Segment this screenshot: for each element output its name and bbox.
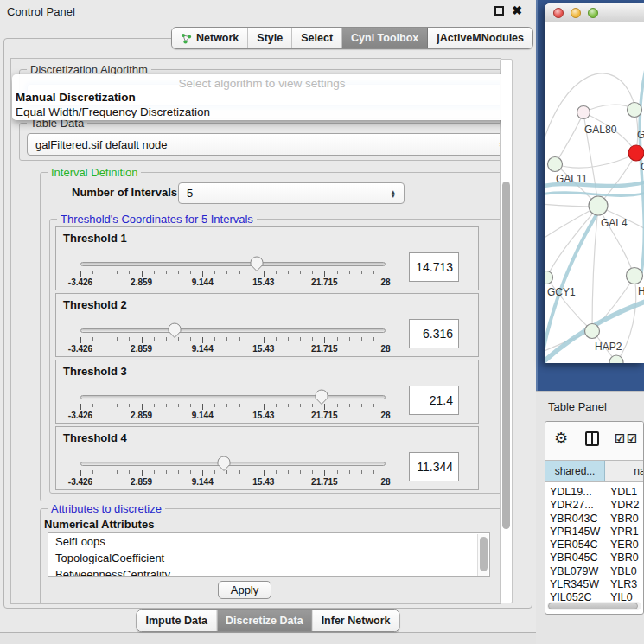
- float-window-icon[interactable]: [494, 6, 504, 16]
- tick-mark: [226, 337, 227, 341]
- table-cell[interactable]: YER054C: [545, 539, 605, 552]
- table-row[interactable]: YPR145WYPR1: [545, 526, 644, 539]
- table-cell[interactable]: YDR27...: [545, 499, 605, 512]
- settings-gear-icon[interactable]: ⚙: [554, 430, 568, 447]
- column-header-shared[interactable]: shared...: [545, 461, 605, 481]
- table-cell[interactable]: YLR3: [605, 578, 637, 591]
- slider-track[interactable]: [80, 395, 386, 399]
- network-edge-thick[interactable]: [545, 192, 644, 195]
- tab-impute-data[interactable]: Impute Data: [137, 610, 217, 631]
- network-window-titlebar[interactable]: [545, 3, 644, 22]
- network-canvas[interactable]: GAL80G.CGAL11GAL4GCY1HHAP2: [545, 22, 644, 363]
- number-of-intervals-combo[interactable]: 5 ▲▼: [178, 182, 405, 204]
- table-row[interactable]: YER054CYER0: [545, 539, 644, 552]
- tab-network[interactable]: Network: [172, 28, 248, 48]
- list-scrollbar-thumb[interactable]: [480, 537, 488, 571]
- threshold-slider[interactable]: -3.4262.8599.14415.4321.71528: [80, 255, 386, 290]
- table-row[interactable]: YBL079WYBL0: [545, 565, 644, 578]
- table-row[interactable]: YDR27...YDR2: [545, 499, 644, 512]
- table-row[interactable]: YBR043CYBR0: [545, 513, 644, 526]
- table-cell[interactable]: YBR045C: [545, 552, 605, 564]
- close-traffic-light[interactable]: [553, 8, 564, 18]
- network-node-gal80[interactable]: [577, 106, 590, 119]
- slider-handle[interactable]: [217, 456, 231, 472]
- network-node-h[interactable]: [627, 268, 643, 284]
- table-cell[interactable]: YDL1: [605, 486, 637, 499]
- slider-track[interactable]: [80, 262, 386, 266]
- minimize-traffic-light[interactable]: [571, 8, 581, 18]
- table-data-combo[interactable]: galFiltered.sif default node ▲▼: [27, 133, 501, 156]
- network-node-gal4[interactable]: [589, 196, 608, 215]
- table-cell[interactable]: YBR043C: [545, 513, 605, 526]
- tab-style[interactable]: Style: [248, 28, 292, 48]
- attribute-list-item[interactable]: TopologicalCoefficient: [48, 550, 489, 566]
- table-cell[interactable]: YBR0: [605, 552, 639, 564]
- numerical-attributes-list[interactable]: SelfLoopsTopologicalCoefficientBetweenne…: [48, 532, 490, 577]
- table-cell[interactable]: YPR1: [605, 526, 639, 539]
- table-row[interactable]: YBR045CYBR0: [545, 552, 644, 564]
- table-cell[interactable]: YBL079W: [545, 565, 605, 578]
- slider-track[interactable]: [80, 328, 386, 333]
- table-cell[interactable]: YDL19...: [545, 486, 605, 499]
- table-cell[interactable]: YBR0: [605, 513, 639, 526]
- threshold-value-field[interactable]: 21.4: [409, 386, 459, 415]
- tab-infer-network[interactable]: Infer Network: [313, 610, 399, 631]
- network-edge[interactable]: [556, 154, 635, 168]
- network-edge[interactable]: [547, 207, 598, 277]
- table-row[interactable]: YDL19...YDL1: [545, 486, 644, 499]
- threshold-slider[interactable]: -3.4262.8599.14415.4321.71528: [80, 388, 386, 423]
- tick-mark: [202, 271, 203, 277]
- list-scrollbar[interactable]: [477, 534, 488, 577]
- tab-cyni-toolbox[interactable]: Cyni Toolbox: [342, 28, 428, 48]
- table-cell[interactable]: YDR2: [605, 499, 639, 512]
- tab-discretize-data[interactable]: Discretize Data: [217, 610, 313, 631]
- apply-button[interactable]: Apply: [218, 581, 271, 599]
- slider-track[interactable]: [80, 462, 386, 466]
- network-node-hap2[interactable]: [585, 324, 600, 339]
- network-node-c[interactable]: [628, 145, 644, 161]
- network-icon: [181, 33, 192, 44]
- table-scrollbar-thumb[interactable]: [548, 603, 638, 609]
- column-header-na[interactable]: na: [605, 461, 644, 481]
- tab-jactivemnodules[interactable]: jActiveMNodules: [428, 28, 532, 48]
- network-edge[interactable]: [545, 207, 596, 240]
- dropdown-option-manual[interactable]: Manual Discretization: [16, 91, 501, 104]
- slider-handle[interactable]: [168, 322, 182, 339]
- tick-mark: [264, 470, 265, 476]
- threshold-slider[interactable]: -3.4262.8599.14415.4321.71528: [80, 322, 386, 356]
- table-row[interactable]: YLR345WYLR3: [545, 578, 644, 591]
- tick-mark: [324, 337, 325, 343]
- dropdown-placeholder-item[interactable]: Select algorithm to view settings: [16, 77, 501, 90]
- table-cell[interactable]: YBL0: [605, 565, 637, 578]
- attributes-group-label: Attributes to discretize: [48, 502, 165, 515]
- thresholds-group-label: Threshold's Coordinates for 5 Intervals: [57, 213, 257, 226]
- attribute-list-item[interactable]: BetweennessCentrality: [48, 566, 489, 577]
- attribute-list-item[interactable]: SelfLoops: [48, 533, 489, 550]
- slider-handle[interactable]: [315, 389, 328, 405]
- tick-mark: [276, 337, 277, 341]
- panel-scrollbar[interactable]: [500, 59, 513, 603]
- threshold-slider[interactable]: -3.4262.8599.14415.4321.71528: [80, 455, 386, 489]
- table-horizontal-scrollbar[interactable]: [547, 602, 641, 610]
- network-node-gcy1[interactable]: [545, 271, 553, 284]
- table-cell[interactable]: YPR145W: [545, 526, 605, 539]
- panel-scrollbar-thumb[interactable]: [502, 182, 510, 529]
- network-node-gal11[interactable]: [548, 157, 563, 172]
- threshold-value-field[interactable]: 14.713: [409, 252, 459, 282]
- close-icon[interactable]: ✖: [512, 4, 522, 16]
- checked-box-icon[interactable]: ☑: [627, 433, 637, 445]
- network-node-g[interactable]: [628, 103, 642, 118]
- zoom-traffic-light[interactable]: [588, 8, 598, 18]
- split-columns-icon[interactable]: [585, 431, 599, 446]
- checked-box-icon[interactable]: ☑: [615, 433, 625, 445]
- network-edge[interactable]: [592, 207, 598, 330]
- threshold-value-field[interactable]: 11.344: [409, 452, 459, 481]
- table-cell[interactable]: YER0: [605, 539, 639, 552]
- network-edge[interactable]: [556, 112, 583, 163]
- threshold-value-field[interactable]: 6.316: [409, 319, 459, 348]
- tab-select[interactable]: Select: [292, 28, 342, 48]
- threshold-panel-3: Threshold 3-3.4262.8599.14415.4321.71528…: [55, 360, 479, 424]
- dropdown-option-equal-width[interactable]: Equal Width/Frequency Discretization: [16, 105, 501, 118]
- table-cell[interactable]: YLR345W: [545, 578, 605, 591]
- slider-handle[interactable]: [250, 256, 264, 272]
